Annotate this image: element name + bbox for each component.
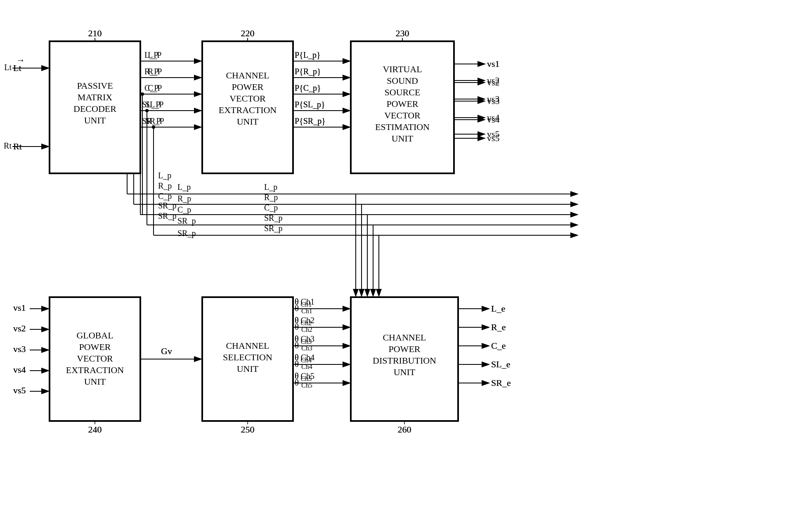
svg-text:SOUND: SOUND xyxy=(387,76,418,86)
label-220a2: CHANNEL xyxy=(226,70,269,80)
svg-text:VIRTUAL: VIRTUAL xyxy=(383,64,422,74)
svg-text:P{SL_p}: P{SL_p} xyxy=(295,100,325,109)
svg-text:Ch1: Ch1 xyxy=(301,307,312,314)
svg-text:vs5: vs5 xyxy=(13,385,26,395)
label-220c2: VECTOR xyxy=(229,93,266,104)
label-240c2: VECTOR xyxy=(77,353,113,364)
label-250c2: UNIT xyxy=(237,364,259,374)
svg-text:L_P: L_P xyxy=(148,50,161,59)
svg-text:220: 220 xyxy=(241,28,255,38)
label-250a2: CHANNEL xyxy=(226,340,269,351)
label-240b2: POWER xyxy=(79,342,111,352)
diagram-container: PASSIVE MATRIX DECODER UNIT 210 CHANNEL … xyxy=(0,0,799,532)
mid-cp-label: C_p xyxy=(158,192,172,201)
svg-text:UNIT: UNIT xyxy=(392,133,414,144)
svg-text:SL_e: SL_e xyxy=(491,359,510,369)
svg-text:vs1: vs1 xyxy=(13,303,26,313)
svg-text:P{SR_p}: P{SR_p} xyxy=(295,116,326,126)
svg-text:DECODER: DECODER xyxy=(73,104,116,114)
svg-text:vs2: vs2 xyxy=(487,77,500,87)
label-240a2: GLOBAL xyxy=(76,330,113,340)
svg-text:C_p: C_p xyxy=(177,205,191,215)
svg-text:R_e: R_e xyxy=(491,322,506,332)
svg-text:Rt: Rt xyxy=(13,141,22,151)
route-lp: L_p xyxy=(264,182,277,192)
svg-text:θ: θ xyxy=(295,322,299,332)
route-rp: R_p xyxy=(264,193,278,202)
label-220d2: EXTRACTION xyxy=(219,105,277,115)
svg-text:SL_P: SL_P xyxy=(145,100,163,109)
svg-text:PASSIVE: PASSIVE xyxy=(77,80,113,91)
svg-text:SR_e: SR_e xyxy=(491,378,511,388)
svg-text:vs5: vs5 xyxy=(487,133,500,143)
label-220e2: UNIT xyxy=(237,116,259,127)
svg-text:vs3: vs3 xyxy=(487,96,500,106)
svg-text:C_e: C_e xyxy=(491,340,506,351)
svg-text:230: 230 xyxy=(396,28,409,38)
input-lt: Lt xyxy=(4,63,12,72)
input-rt: Rt xyxy=(4,141,12,150)
svg-text:Gv: Gv xyxy=(161,346,172,356)
svg-text:Ch4: Ch4 xyxy=(301,363,312,370)
svg-text:P{C_p}: P{C_p} xyxy=(295,83,321,93)
mid-srp-label: SR_p xyxy=(158,211,176,221)
svg-text:P{L_p}: P{L_p} xyxy=(295,50,321,60)
svg-text:vs1: vs1 xyxy=(487,59,500,69)
svg-text:R_P: R_P xyxy=(148,67,162,76)
svg-text:θ: θ xyxy=(295,303,299,313)
svg-text:P{R_p}: P{R_p} xyxy=(295,67,321,76)
svg-text:C_P: C_P xyxy=(148,83,162,92)
label-240e2: UNIT xyxy=(84,376,106,387)
svg-text:POWER: POWER xyxy=(389,344,421,354)
svg-text:POWER: POWER xyxy=(387,99,418,109)
svg-text:240: 240 xyxy=(88,424,102,435)
svg-text:UNIT: UNIT xyxy=(84,115,106,125)
svg-text:θ: θ xyxy=(295,378,299,388)
mid-srp2-label: SR_p xyxy=(158,201,176,210)
svg-text:UNIT: UNIT xyxy=(394,367,416,377)
svg-text:VECTOR: VECTOR xyxy=(384,110,421,121)
svg-text:DISTRIBUTION: DISTRIBUTION xyxy=(373,355,436,366)
svg-text:θ: θ xyxy=(295,359,299,369)
svg-text:250: 250 xyxy=(241,424,255,435)
route-srp1: SR_p xyxy=(264,213,282,223)
svg-text:Ch2: Ch2 xyxy=(301,326,312,333)
svg-text:SR_p: SR_p xyxy=(177,216,196,226)
svg-text:vs3: vs3 xyxy=(13,344,26,354)
svg-text:Ch5: Ch5 xyxy=(301,382,312,389)
mid-lp-label: L_p xyxy=(158,171,171,180)
svg-text:ESTIMATION: ESTIMATION xyxy=(375,122,430,132)
svg-text:L_e: L_e xyxy=(491,303,505,314)
svg-text:SR_P: SR_P xyxy=(145,116,164,125)
svg-text:MATRIX: MATRIX xyxy=(78,92,112,102)
label-220b2: POWER xyxy=(232,82,264,92)
svg-text:L_p: L_p xyxy=(177,182,191,192)
route-cp: C_p xyxy=(264,203,278,213)
svg-text:vs2: vs2 xyxy=(13,323,26,333)
route-srp2: SR_p xyxy=(264,224,282,233)
mid-rp-label: R_p xyxy=(158,181,172,191)
svg-text:260: 260 xyxy=(398,424,411,435)
label-240d2: EXTRACTION xyxy=(66,365,124,375)
svg-text:vs4: vs4 xyxy=(487,114,500,125)
label-250b2: SELECTION xyxy=(223,352,272,362)
svg-text:SR_p: SR_p xyxy=(177,229,196,238)
svg-text:Ch3: Ch3 xyxy=(301,345,312,352)
svg-text:θ: θ xyxy=(295,340,299,350)
svg-text:SOURCE: SOURCE xyxy=(385,87,421,97)
svg-text:CHANNEL: CHANNEL xyxy=(383,332,426,343)
svg-text:R_p: R_p xyxy=(177,194,191,203)
svg-text:Lt: Lt xyxy=(13,63,21,73)
svg-text:vs4: vs4 xyxy=(13,364,26,375)
svg-text:210: 210 xyxy=(88,28,102,38)
